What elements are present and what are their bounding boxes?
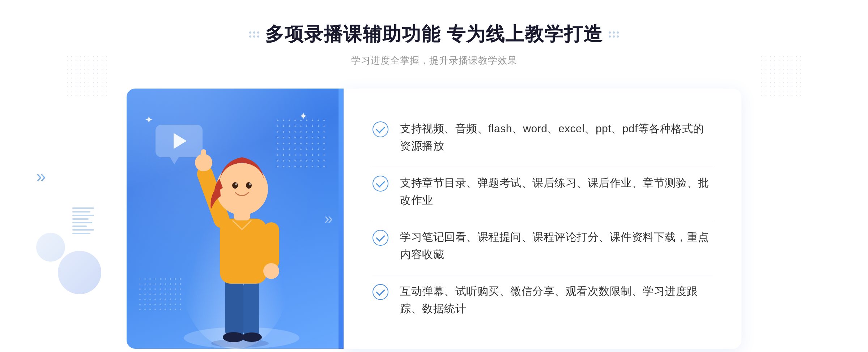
feature-text-1: 支持视频、音频、flash、word、excel、ppt、pdf等各种格式的资源…	[400, 120, 712, 155]
person-illustration	[176, 143, 307, 349]
card-chevron-icon: »	[324, 210, 333, 227]
check-icon-2	[373, 176, 388, 192]
feature-text-4: 互动弹幕、试听购买、微信分享、观看次数限制、学习进度跟踪、数据统计	[400, 283, 712, 317]
page-wrapper: » 多项录播课辅助功能 专为线上教学打造 学习进度全掌握，提升录播课教学效果	[0, 0, 868, 352]
left-chevron-icon: »	[36, 166, 46, 186]
check-icon-1	[373, 121, 388, 137]
svg-rect-3	[243, 280, 259, 338]
deco-circle-1	[58, 251, 101, 294]
deco-lines	[72, 207, 94, 236]
page-title: 多项录播课辅助功能 专为线上教学打造	[265, 22, 603, 47]
feature-text-3: 学习笔记回看、课程提问、课程评论打分、课件资料下载，重点内容收藏	[400, 228, 712, 263]
card-dot-pattern-bottom	[137, 276, 181, 313]
sparkle-icon-2: ✦	[299, 110, 307, 122]
feature-item-2: 支持章节目录、弹题考试、课后练习、课后作业、章节测验、批改作业	[373, 167, 712, 216]
feature-item-1: 支持视频、音频、flash、word、excel、ppt、pdf等各种格式的资源…	[373, 113, 712, 162]
svg-point-5	[242, 332, 262, 342]
header-dots-left	[249, 31, 259, 38]
check-icon-3	[373, 230, 388, 246]
svg-point-17	[249, 183, 251, 185]
illustration-card: ✦ ✦ »	[127, 89, 344, 349]
page-header: 多项录播课辅助功能 专为线上教学打造	[249, 22, 619, 47]
accent-bar	[339, 89, 344, 349]
dot-pattern-left	[65, 54, 109, 98]
deco-circle-2	[36, 233, 65, 262]
svg-rect-2	[225, 276, 243, 338]
svg-point-15	[246, 182, 252, 189]
svg-point-11	[263, 263, 279, 279]
header-dots-right	[609, 31, 619, 38]
features-panel: 支持视频、音频、flash、word、excel、ppt、pdf等各种格式的资源…	[344, 89, 741, 349]
page-subtitle: 学习进度全掌握，提升录播课教学效果	[351, 54, 517, 67]
feature-text-2: 支持章节目录、弹题考试、课后练习、课后作业、章节测验、批改作业	[400, 174, 712, 209]
svg-point-16	[235, 183, 237, 185]
main-content: ✦ ✦ »	[127, 89, 741, 349]
feature-item-4: 互动弹幕、试听购买、微信分享、观看次数限制、学习进度跟踪、数据统计	[373, 275, 712, 325]
svg-point-14	[232, 182, 238, 189]
svg-point-4	[223, 332, 244, 342]
feature-item-3: 学习笔记回看、课程提问、课程评论打分、课件资料下载，重点内容收藏	[373, 221, 712, 270]
svg-rect-10	[263, 222, 279, 269]
sparkle-icon-1: ✦	[145, 114, 153, 126]
check-icon-4	[373, 284, 388, 300]
dot-pattern-right	[760, 54, 803, 98]
svg-rect-9	[201, 149, 206, 164]
